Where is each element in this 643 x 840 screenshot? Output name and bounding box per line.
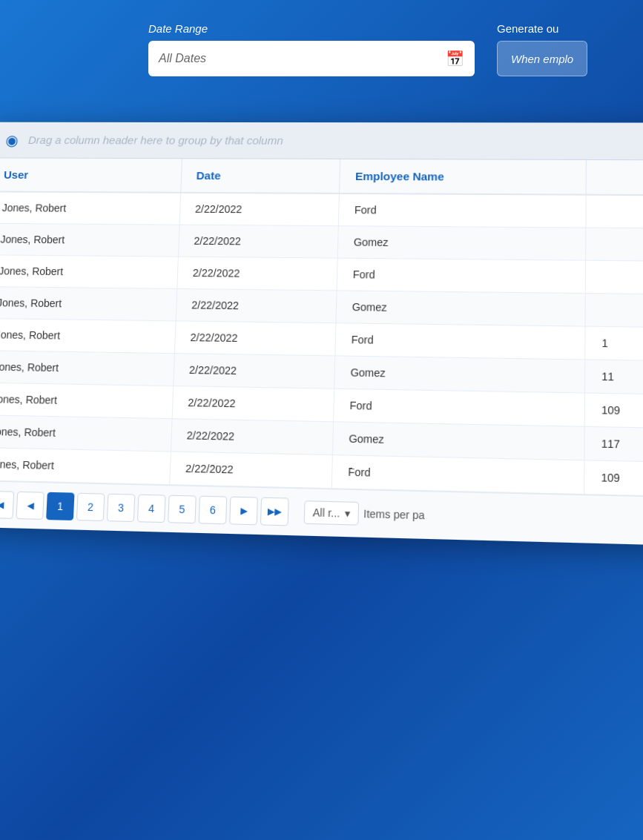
eye-icon[interactable]: ◉ [5, 131, 19, 148]
chevron-down-icon: ▾ [345, 507, 351, 520]
cell-date-0: 2/22/2022 [179, 193, 340, 226]
table-row: Jones, Robert2/22/2022Ford [0, 191, 643, 228]
cell-number-6: 109 [585, 393, 643, 429]
cell-user-0: Jones, Robert [0, 191, 180, 225]
cell-user-5: Jones, Robert [0, 351, 174, 386]
next-page-button[interactable]: ▶ [229, 497, 258, 526]
cell-employee_name-1: Gomez [337, 226, 586, 261]
cell-user-4: Jones, Robert [0, 318, 176, 353]
calendar-icon[interactable]: 📅 [446, 50, 464, 67]
cell-date-7: 2/22/2022 [171, 419, 334, 455]
cell-number-7: 117 [584, 426, 643, 463]
cell-employee_name-7: Gomez [332, 422, 584, 460]
items-select-value: All r... [312, 506, 340, 520]
cell-employee_name-2: Ford [337, 258, 586, 293]
items-per-page-section: All r... ▾ Items per pa [304, 500, 425, 527]
cell-number-5: 11 [585, 360, 643, 394]
cell-date-8: 2/22/2022 [169, 452, 332, 489]
cell-employee_name-5: Gomez [334, 356, 586, 393]
cell-user-1: Jones, Robert [0, 223, 179, 257]
cell-user-7: Jones, Robert [0, 415, 172, 452]
page-5-button[interactable]: 5 [168, 495, 197, 524]
last-page-button[interactable]: ▶▶ [260, 497, 289, 526]
cell-employee_name-8: Ford [332, 455, 584, 495]
cell-employee_name-0: Ford [338, 194, 586, 228]
group-by-placeholder: Drag a column header here to group by th… [28, 133, 283, 146]
date-range-label: Date Range [148, 22, 475, 35]
generate-label: Generate ou [497, 22, 587, 35]
cell-date-3: 2/22/2022 [176, 288, 337, 323]
top-area: Date Range All Dates 📅 Generate ou When … [0, 0, 643, 130]
cell-date-2: 2/22/2022 [177, 257, 337, 291]
page-4-button[interactable]: 4 [137, 495, 166, 523]
data-table: User Date Employee Name Jones, Robert2/2… [0, 158, 643, 497]
page-3-button[interactable]: 3 [107, 494, 136, 522]
prev-page-button[interactable]: ◀ [16, 492, 44, 520]
cell-number-2 [586, 260, 643, 294]
items-per-page-label: Items per pa [363, 507, 425, 521]
cell-number-4: 1 [585, 326, 643, 361]
col-header-employee[interactable]: Employee Name [339, 159, 587, 195]
cell-user-6: Jones, Robert [0, 383, 173, 419]
group-by-bar: ◉ Drag a column header here to group by … [0, 122, 643, 161]
cell-date-5: 2/22/2022 [173, 354, 334, 389]
cell-number-0 [586, 195, 643, 228]
date-range-input[interactable]: All Dates 📅 [148, 41, 475, 76]
col-header-date[interactable]: Date [180, 159, 340, 194]
table-card-wrapper: ◉ Drag a column header here to group by … [0, 115, 643, 840]
date-range-value: All Dates [159, 52, 438, 65]
cell-employee_name-6: Ford [333, 388, 585, 426]
cell-date-4: 2/22/2022 [174, 321, 336, 356]
page-1-button[interactable]: 1 [46, 492, 74, 520]
cell-user-3: Jones, Robert [0, 287, 177, 321]
cell-number-3 [585, 294, 643, 328]
items-per-page-select[interactable]: All r... ▾ [304, 500, 360, 525]
cell-user-8: Jones, Robert [0, 447, 171, 484]
cell-user-2: Jones, Robert [0, 255, 178, 289]
cell-number-1 [586, 228, 643, 261]
table-card: ◉ Drag a column header here to group by … [0, 122, 643, 546]
page-6-button[interactable]: 6 [199, 496, 228, 525]
col-header-user[interactable]: User [0, 158, 182, 192]
first-page-button[interactable]: ◀ [0, 491, 14, 519]
cell-employee_name-4: Ford [335, 323, 586, 360]
page-2-button[interactable]: 2 [76, 493, 105, 521]
cell-employee_name-3: Gomez [336, 291, 586, 326]
generate-button-text: When emplo [511, 53, 573, 65]
table-header-row: User Date Employee Name [0, 158, 643, 195]
date-range-section: Date Range All Dates 📅 [148, 22, 475, 76]
generate-button[interactable]: When emplo [497, 41, 587, 76]
col-header-number[interactable] [587, 160, 643, 195]
cell-date-6: 2/22/2022 [172, 386, 334, 422]
cell-date-1: 2/22/2022 [178, 225, 338, 258]
generate-section: Generate ou When emplo [497, 22, 587, 76]
cell-number-8: 109 [584, 460, 643, 497]
